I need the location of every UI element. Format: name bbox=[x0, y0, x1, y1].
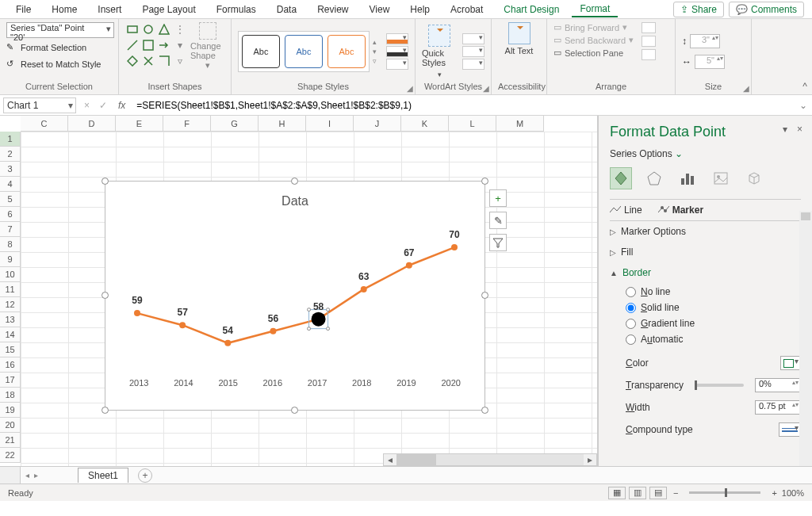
border-color-picker[interactable] bbox=[780, 356, 801, 370]
height-icon: ↕ bbox=[682, 36, 687, 47]
alt-text-button[interactable]: Alt Text bbox=[500, 22, 538, 55]
size-launcher[interactable]: ◢ bbox=[743, 84, 749, 93]
shape-styles-gallery[interactable]: Abc Abc Abc bbox=[238, 31, 370, 72]
normal-view-button[interactable]: ▦ bbox=[608, 487, 626, 499]
pane-scrollbar[interactable] bbox=[799, 211, 812, 466]
svg-point-34 bbox=[664, 209, 667, 212]
text-effects-button[interactable] bbox=[462, 59, 485, 70]
menu-help[interactable]: Help bbox=[402, 2, 438, 17]
compound-type-picker[interactable] bbox=[779, 422, 801, 437]
worksheet-grid[interactable]: CDEFGHIJKLM 1234567891011121314151617181… bbox=[0, 116, 598, 466]
group-shape-styles: Shape Styles bbox=[238, 80, 408, 91]
zoom-in-button[interactable]: + bbox=[772, 488, 776, 498]
sheet-tab-sheet1[interactable]: Sheet1 bbox=[78, 468, 128, 483]
svg-rect-28 bbox=[681, 178, 684, 185]
chart-elements-button[interactable]: + bbox=[489, 189, 507, 207]
horizontal-scrollbar[interactable]: ◂▸ bbox=[383, 453, 597, 466]
cancel-formula-icon[interactable]: × bbox=[79, 100, 94, 111]
marker-tab[interactable]: Marker bbox=[658, 204, 703, 216]
menu-view[interactable]: View bbox=[362, 2, 398, 17]
solid-line-radio[interactable]: Solid line bbox=[626, 302, 801, 313]
series-options-tab-icon[interactable] bbox=[676, 167, 699, 189]
group-accessibility: Accessibility bbox=[498, 80, 540, 91]
menu-formulas[interactable]: Formulas bbox=[209, 2, 264, 17]
svg-text:63: 63 bbox=[358, 271, 370, 282]
menu-page-layout[interactable]: Page Layout bbox=[134, 2, 203, 17]
chart-element-selector[interactable]: Series "Data" Point "20' bbox=[6, 22, 114, 38]
pane-options-button[interactable]: ▾ bbox=[783, 124, 787, 135]
menu-insert[interactable]: Insert bbox=[90, 2, 129, 17]
quick-styles-button[interactable]: Quick Styles bbox=[422, 25, 456, 78]
page-break-view-button[interactable]: ▤ bbox=[649, 487, 667, 499]
selection-pane-button[interactable]: ▭ Selection Pane bbox=[553, 48, 634, 58]
align-button[interactable] bbox=[642, 22, 656, 33]
shape-styles-launcher[interactable]: ◢ bbox=[407, 84, 413, 93]
shape-width-field[interactable]: 5" bbox=[695, 55, 725, 69]
shape-height-field[interactable]: 3" bbox=[690, 34, 720, 48]
svg-point-18 bbox=[327, 327, 330, 331]
page-layout-view-button[interactable]: ▥ bbox=[629, 487, 646, 499]
automatic-radio[interactable]: Automatic bbox=[626, 334, 801, 345]
expand-formula-bar[interactable]: ⌄ bbox=[795, 100, 812, 111]
menu-home[interactable]: Home bbox=[44, 2, 85, 17]
menu-file[interactable]: File bbox=[8, 2, 39, 17]
3d-tab-icon[interactable] bbox=[743, 167, 765, 189]
rotate-button[interactable] bbox=[642, 49, 656, 60]
marker-options-section[interactable]: ▷Marker Options bbox=[610, 221, 801, 242]
border-width-field[interactable]: 0.75 pt bbox=[755, 400, 801, 415]
gradient-line-radio[interactable]: Gradient line bbox=[626, 318, 801, 329]
fx-icon[interactable]: fx bbox=[112, 100, 132, 111]
zoom-slider[interactable] bbox=[689, 491, 760, 494]
bring-forward-button: ▭ Bring Forward ▾ bbox=[553, 22, 634, 32]
chart-styles-button[interactable]: ✎ bbox=[489, 212, 507, 229]
svg-point-1 bbox=[144, 25, 152, 33]
menu-review[interactable]: Review bbox=[309, 2, 356, 17]
shape-outline-button[interactable] bbox=[386, 46, 408, 57]
svg-text:59: 59 bbox=[132, 295, 143, 306]
menu-chart-design[interactable]: Chart Design bbox=[496, 2, 567, 17]
menu-acrobat[interactable]: Acrobat bbox=[442, 2, 491, 17]
svg-point-33 bbox=[661, 206, 664, 209]
tab-nav-prev[interactable]: ◂ bbox=[25, 471, 29, 480]
line-tab[interactable]: Line bbox=[610, 204, 642, 216]
collapse-ribbon-button[interactable]: ^ bbox=[802, 81, 807, 92]
fill-section[interactable]: ▷Fill bbox=[610, 242, 801, 262]
formula-input[interactable] bbox=[132, 95, 795, 115]
no-line-radio[interactable]: No line bbox=[626, 286, 801, 297]
new-sheet-button[interactable]: + bbox=[138, 468, 152, 483]
series-options-dropdown[interactable]: Series Options bbox=[610, 148, 801, 159]
transparency-field[interactable]: 0% bbox=[755, 378, 801, 392]
tab-nav-next[interactable]: ▸ bbox=[34, 471, 38, 480]
comments-button[interactable]: 💬 Comments bbox=[729, 2, 804, 17]
embedded-chart[interactable]: Data 5957545658636770 201320142015201620… bbox=[105, 181, 485, 411]
share-button[interactable]: ⇪ Share bbox=[673, 2, 724, 17]
name-box[interactable]: Chart 1 bbox=[3, 97, 76, 113]
border-section[interactable]: ▲Border bbox=[610, 262, 801, 283]
shape-gallery[interactable]: ⋮ ▾ ▿ bbox=[125, 22, 187, 68]
transparency-slider[interactable] bbox=[695, 384, 744, 387]
picture-tab-icon[interactable] bbox=[710, 167, 732, 189]
text-outline-button[interactable] bbox=[462, 46, 485, 57]
wordart-launcher[interactable]: ◢ bbox=[483, 84, 489, 93]
group-button[interactable] bbox=[642, 36, 656, 47]
pane-close-button[interactable]: × bbox=[797, 124, 802, 135]
shape-fill-button[interactable] bbox=[386, 33, 408, 44]
chart-title[interactable]: Data bbox=[105, 182, 485, 212]
svg-text:56: 56 bbox=[268, 313, 279, 324]
fill-line-tab-icon[interactable] bbox=[610, 167, 632, 189]
shape-effects-button[interactable] bbox=[386, 59, 408, 70]
width-icon: ↔ bbox=[682, 56, 691, 67]
effects-tab-icon[interactable] bbox=[643, 167, 665, 189]
zoom-value[interactable]: 100% bbox=[782, 488, 804, 498]
zoom-out-button[interactable]: − bbox=[673, 488, 678, 498]
chart-filters-button[interactable] bbox=[489, 234, 507, 251]
menu-data[interactable]: Data bbox=[269, 2, 304, 17]
enter-formula-icon[interactable]: ✓ bbox=[94, 100, 112, 111]
svg-point-8 bbox=[179, 322, 186, 328]
text-fill-button[interactable] bbox=[462, 33, 485, 44]
svg-text:58: 58 bbox=[313, 301, 324, 312]
menu-format[interactable]: Format bbox=[572, 2, 618, 17]
format-selection-button[interactable]: ✎Format Selection bbox=[6, 40, 86, 55]
svg-point-10 bbox=[224, 340, 231, 346]
reset-to-match-style-button[interactable]: ↺Reset to Match Style bbox=[6, 57, 102, 71]
